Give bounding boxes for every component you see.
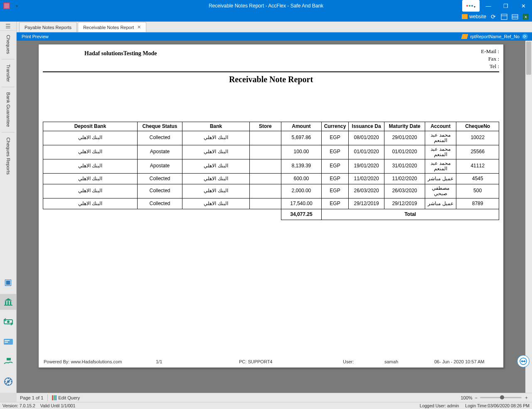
- cell: [250, 159, 281, 173]
- minimize-button[interactable]: —: [480, 0, 497, 12]
- qat-dropdown-icon[interactable]: ▾: [16, 4, 18, 8]
- separator: [47, 394, 48, 401]
- top-toolbar: website ⟳ X: [0, 12, 532, 22]
- cell: 08/01/2020: [348, 131, 384, 145]
- cell: 11/02/2020: [348, 173, 384, 184]
- report-ref-label: rptReportName_Ref_No: [470, 34, 520, 39]
- settings-icon[interactable]: [0, 374, 16, 389]
- logged-user: Logged User: admin: [420, 403, 459, 408]
- cell: Collected: [137, 184, 182, 198]
- table-row: البنك الاهليApostateالبنك الاهلي8,139.39…: [43, 159, 499, 173]
- table-row: البنك الاهليCollectedالبنك الاهلي17,540.…: [43, 198, 499, 209]
- valid-until: Valid Until 1/1/001: [40, 403, 75, 408]
- table-row: البنك الاهليCollectedالبنك الاهلي2,000.0…: [43, 184, 499, 198]
- report-table: Deposit BankCheque StatusBankStoreAmount…: [43, 122, 499, 220]
- cell: محمد عبد المنعم: [425, 159, 456, 173]
- cell: Collected: [137, 173, 182, 184]
- tab-payable-notes[interactable]: Payable Notes Reports: [19, 22, 77, 32]
- separator: [2, 132, 15, 132]
- col-6: Issuance Da: [348, 122, 384, 131]
- edit-query-button[interactable]: Edit Query: [58, 395, 80, 400]
- vertical-scrollbar[interactable]: [525, 41, 532, 393]
- transfer-icon[interactable]: [0, 314, 16, 330]
- cell: [250, 173, 281, 184]
- cell: 01/01/2020: [384, 145, 425, 159]
- safe-icon[interactable]: ▣: [0, 274, 16, 290]
- report-title: Receivable Note Report: [43, 75, 499, 84]
- cell: عميل مباشر: [425, 173, 456, 184]
- cell: البنك الاهلي: [182, 198, 250, 209]
- cell: Apostate: [137, 159, 182, 173]
- zoom-out-button[interactable]: −: [475, 395, 478, 400]
- svg-text:X: X: [525, 15, 527, 19]
- tab-close-icon[interactable]: ✕: [137, 24, 141, 30]
- sidebar-tab-cheques[interactable]: Cheques: [6, 31, 11, 58]
- svg-rect-11: [7, 301, 9, 305]
- cell: Apostate: [137, 145, 182, 159]
- svg-marker-28: [524, 360, 526, 362]
- money-hand-icon[interactable]: [0, 354, 16, 370]
- svg-rect-4: [512, 15, 518, 19]
- tab-label: Payable Notes Reports: [25, 25, 71, 30]
- zoom-knob[interactable]: [500, 395, 504, 399]
- sidebar-tab-transfer[interactable]: Transfer: [6, 60, 11, 86]
- cell: 01/01/2020: [348, 145, 384, 159]
- col-8: Account: [425, 122, 456, 131]
- svg-marker-27: [521, 360, 522, 362]
- print-preview-label: Print Preview: [22, 34, 49, 39]
- cell: 41112: [456, 159, 499, 173]
- edit-query-icon[interactable]: [52, 395, 57, 400]
- app-icon: [2, 1, 11, 10]
- cell: EGP: [322, 184, 349, 198]
- sidebar-tab-cheques-reports[interactable]: Cheques Reports: [6, 133, 11, 179]
- cell: البنك الاهلي: [43, 184, 138, 198]
- customize-button[interactable]: ▾: [462, 0, 480, 12]
- cell: البنك الاهلي: [43, 145, 138, 159]
- svg-rect-19: [7, 358, 11, 360]
- cell: البنك الاهلي: [43, 198, 138, 209]
- tab-receivable-notes[interactable]: Receivable Notes Report ✕: [78, 22, 146, 32]
- window-titlebar: ▾ Receivable Notes Report - AccFlex - Sa…: [0, 0, 532, 12]
- cell: 25566: [456, 145, 499, 159]
- cell: [250, 198, 281, 209]
- cell: [250, 131, 281, 145]
- sync-icon[interactable]: ⟳: [522, 34, 528, 39]
- cell: البنك الاهلي: [182, 145, 250, 159]
- col-5: Currency: [322, 122, 349, 131]
- calendar-icon[interactable]: [500, 13, 508, 20]
- fax-label: Fax :: [481, 55, 499, 63]
- cheque-icon[interactable]: [0, 334, 16, 350]
- email-label: E-Mail :: [481, 48, 499, 55]
- cell: 10022: [456, 131, 499, 145]
- page-num: 1/1: [156, 359, 239, 364]
- grid-icon[interactable]: [511, 13, 519, 20]
- user-name: samah: [384, 359, 434, 364]
- cell: البنك الاهلي: [182, 159, 250, 173]
- cell: 29/12/2019: [384, 198, 425, 209]
- sidebar-tab-bank-guarantee[interactable]: Bank Guarantee: [6, 88, 11, 131]
- website-button[interactable]: website: [462, 14, 486, 20]
- scroll-thumb[interactable]: [526, 42, 531, 75]
- bank-icon[interactable]: [0, 294, 16, 310]
- cell: مصطفي صبحي: [425, 184, 456, 198]
- cell: 2,000.00: [281, 184, 321, 198]
- col-4: Amount: [281, 122, 321, 131]
- version-label: Version: 7.0.15.2: [2, 403, 35, 408]
- hamburger-icon[interactable]: ☰: [0, 22, 16, 31]
- svg-rect-17: [5, 340, 10, 341]
- cell: 600.00: [281, 173, 321, 184]
- zoom-in-button[interactable]: ＋: [524, 394, 529, 401]
- tel-label: Tel :: [481, 63, 499, 70]
- close-button[interactable]: ✕: [515, 0, 532, 12]
- cell: 19/01/2020: [348, 159, 384, 173]
- col-2: Bank: [182, 122, 250, 131]
- refresh-icon[interactable]: ⟳: [490, 13, 497, 20]
- teamviewer-icon[interactable]: [517, 355, 530, 367]
- cell: EGP: [322, 145, 349, 159]
- maximize-button[interactable]: ❐: [497, 0, 515, 12]
- pc-name: PC: SUPPORT4: [239, 359, 343, 364]
- cell: Collected: [137, 198, 182, 209]
- zoom-slider[interactable]: [480, 397, 522, 398]
- separator: [2, 87, 15, 87]
- excel-icon[interactable]: X: [522, 13, 530, 20]
